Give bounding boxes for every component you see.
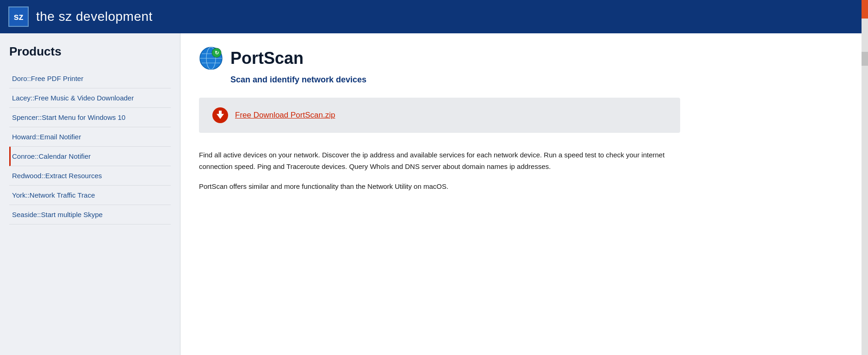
logo-text: sz [13,12,23,22]
svg-rect-9 [219,111,222,115]
scrollbar-thumb [862,52,868,66]
sidebar-item-york[interactable]: York::Network Traffic Trace [9,186,171,205]
header-title: the sz development [36,9,153,24]
sidebar-item-lacey[interactable]: Lacey::Free Music & Video Downloader [9,88,171,108]
sidebar-item-spencer[interactable]: Spencer::Start Menu for Windows 10 [9,108,171,127]
main-content: ↻ PortScan Scan and identify network dev… [180,33,868,355]
sidebar-item-seaside[interactable]: Seaside::Start multiple Skype [9,205,171,224]
download-box: Free Download PortScan.zip [199,98,680,133]
logo: sz [8,6,29,27]
layout: Products Doro::Free PDF Printer Lacey::F… [0,33,868,355]
product-title: PortScan [230,49,304,68]
sidebar-item-howard[interactable]: Howard::Email Notifier [9,127,171,147]
sidebar-item-redwood[interactable]: Redwood::Extract Resources [9,166,171,186]
product-icon: ↻ [199,46,223,70]
scrollbar-accent [862,0,868,19]
svg-text:↻: ↻ [215,50,219,56]
product-header: ↻ PortScan [199,46,849,70]
download-link[interactable]: Free Download PortScan.zip [235,111,335,120]
sidebar-item-conroe[interactable]: Conroe::Calendar Notifier [9,147,171,166]
product-subtitle: Scan and identify network devices [230,75,849,85]
sidebar: Products Doro::Free PDF Printer Lacey::F… [0,33,180,355]
description-1: Find all active devices on your network.… [199,149,680,173]
sidebar-item-doro[interactable]: Doro::Free PDF Printer [9,69,171,88]
sidebar-heading: Products [9,44,171,59]
download-icon [212,107,229,124]
scrollbar[interactable] [862,0,868,355]
header: sz the sz development [0,0,868,33]
description-2: PortScan offers similar and more functio… [199,181,680,193]
